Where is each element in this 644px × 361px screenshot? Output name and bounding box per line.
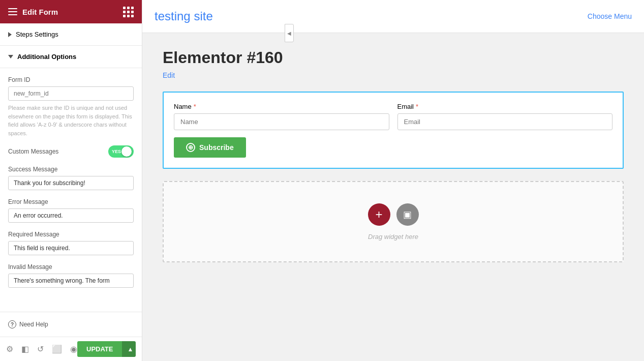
steps-settings-section[interactable]: Steps Settings — [0, 23, 142, 46]
required-message-group: Required Message — [8, 231, 134, 255]
edit-link[interactable]: Edit — [163, 71, 175, 79]
subscribe-icon: ⊕ — [186, 143, 195, 152]
form-id-input[interactable] — [8, 86, 134, 101]
subscribe-label: Subscribe — [199, 143, 234, 152]
widget-library-button[interactable]: ▣ — [396, 203, 419, 226]
required-message-label: Required Message — [8, 231, 134, 238]
email-field: Email * — [397, 103, 613, 130]
eye-icon[interactable]: ◉ — [70, 344, 77, 354]
add-widget-button[interactable]: + — [368, 203, 390, 226]
grid-icon[interactable] — [123, 7, 134, 17]
form-fields-row: Name * Email * — [174, 103, 612, 130]
toggle-panel-button[interactable]: ◀ — [285, 24, 294, 42]
name-label: Name * — [174, 103, 389, 110]
form-id-label: Form ID — [8, 76, 134, 83]
hamburger-icon[interactable] — [8, 8, 17, 15]
invalid-message-input[interactable] — [8, 274, 134, 288]
sidebar-bottom: ⚙ ◧ ↺ ⬜ ◉ UPDATE ▲ — [0, 337, 142, 361]
email-label: Email * — [397, 103, 613, 110]
history-icon[interactable]: ↺ — [37, 344, 44, 354]
additional-options-header[interactable]: Additional Options — [0, 46, 142, 68]
chevron-down-icon — [8, 55, 13, 58]
sidebar: Edit Form Steps Settings Additional Opti… — [0, 0, 142, 361]
help-icon: ? — [8, 320, 16, 328]
email-input[interactable] — [397, 113, 613, 130]
subscribe-button[interactable]: ⊕ Subscribe — [174, 137, 246, 158]
invalid-message-group: Invalid Message — [8, 263, 134, 288]
custom-messages-label: Custom Messages — [8, 148, 58, 155]
sidebar-header: Edit Form — [0, 0, 142, 23]
invalid-message-label: Invalid Message — [8, 263, 134, 270]
responsive-icon[interactable]: ⬜ — [52, 344, 62, 354]
form-id-hint: Please make sure the ID is unique and no… — [8, 104, 134, 137]
success-message-input[interactable] — [8, 176, 134, 190]
update-button[interactable]: UPDATE — [77, 341, 122, 357]
main-topbar: testing site Choose Menu — [142, 0, 644, 33]
additional-options-label: Additional Options — [17, 53, 76, 61]
layers-icon[interactable]: ◧ — [21, 344, 29, 354]
chevron-right-icon — [8, 32, 12, 37]
form-id-group: Form ID Please make sure the ID is uniqu… — [8, 76, 134, 137]
name-input[interactable] — [174, 113, 389, 130]
drop-zone-text: Drag widget here — [368, 233, 418, 240]
main-area: testing site Choose Menu ◀ Elementor #16… — [142, 0, 644, 361]
sidebar-content: Form ID Please make sure the ID is uniqu… — [0, 68, 142, 312]
update-arrow-button[interactable]: ▲ — [122, 341, 136, 357]
drop-zone-icons: + ▣ — [368, 203, 419, 226]
choose-menu-link[interactable]: Choose Menu — [588, 12, 632, 20]
need-help-label: Need Help — [19, 321, 48, 328]
custom-messages-toggle[interactable]: YES — [108, 145, 134, 158]
site-title: testing site — [155, 9, 213, 23]
name-required-star: * — [194, 103, 196, 110]
email-required-star: * — [416, 103, 418, 110]
additional-options-section: Additional Options — [0, 46, 142, 68]
page-title: Elementor #160 — [163, 48, 624, 67]
required-message-input[interactable] — [8, 241, 134, 255]
name-field: Name * — [174, 103, 389, 130]
form-widget: Name * Email * — [163, 92, 624, 169]
sidebar-title: Edit Form — [22, 8, 58, 16]
error-message-input[interactable] — [8, 208, 134, 223]
main-body: Elementor #160 Edit Name * — [142, 33, 644, 361]
error-message-label: Error Message — [8, 198, 134, 205]
toggle-knob — [121, 146, 132, 157]
update-btn-group: UPDATE ▲ — [77, 341, 136, 357]
need-help-section[interactable]: ? Need Help — [0, 312, 142, 337]
toggle-yes-text: YES — [112, 149, 121, 154]
error-message-group: Error Message — [8, 198, 134, 223]
success-message-group: Success Message — [8, 166, 134, 190]
sidebar-header-left: Edit Form — [8, 8, 58, 16]
bottom-icons: ⚙ ◧ ↺ ⬜ ◉ — [6, 344, 77, 354]
settings-icon[interactable]: ⚙ — [6, 344, 13, 354]
custom-messages-row: Custom Messages YES — [8, 145, 134, 158]
drop-zone: + ▣ Drag widget here — [163, 181, 624, 262]
success-message-label: Success Message — [8, 166, 134, 173]
steps-settings-label: Steps Settings — [16, 31, 58, 38]
